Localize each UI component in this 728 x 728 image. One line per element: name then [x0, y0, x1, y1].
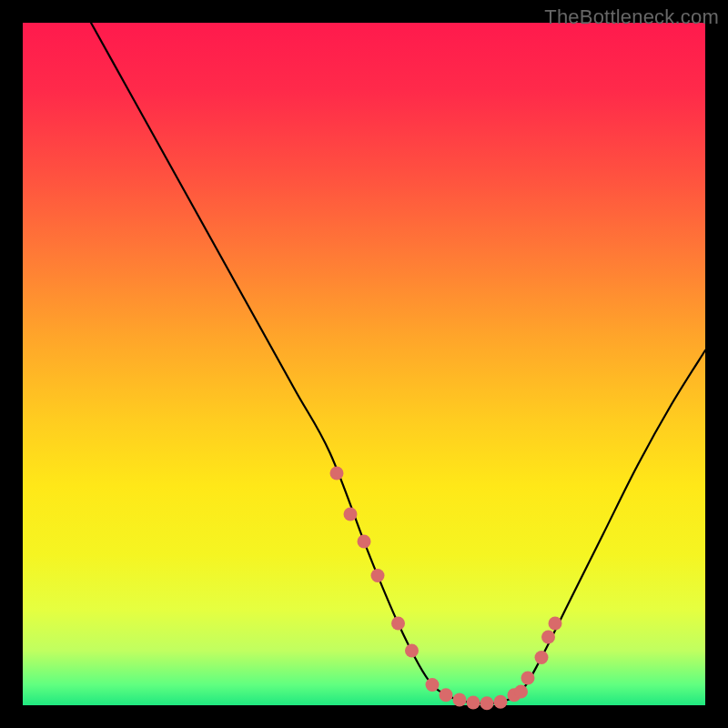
bottleneck-curve	[91, 23, 705, 703]
highlight-dot	[371, 569, 385, 582]
highlight-dot	[330, 467, 344, 480]
highlight-dot	[344, 508, 358, 521]
highlight-dot	[405, 644, 419, 658]
curve-layer	[23, 23, 705, 705]
highlight-dot	[426, 678, 440, 692]
highlight-dot	[541, 631, 555, 644]
watermark-text: TheBottleneck.com	[544, 5, 719, 29]
highlight-dot	[467, 696, 480, 710]
highlight-dot	[358, 535, 371, 549]
highlight-dot	[391, 617, 405, 631]
highlight-dot	[453, 693, 467, 707]
highlight-dot	[440, 688, 453, 702]
highlight-dots-group	[330, 467, 562, 711]
highlight-dot	[494, 695, 508, 709]
highlight-dot	[480, 696, 494, 710]
chart-container: TheBottleneck.com	[0, 0, 728, 728]
highlight-dot	[549, 617, 562, 631]
highlight-dot	[514, 685, 528, 699]
highlight-dot	[535, 651, 549, 664]
highlight-dot	[521, 672, 535, 685]
plot-area	[23, 23, 705, 705]
